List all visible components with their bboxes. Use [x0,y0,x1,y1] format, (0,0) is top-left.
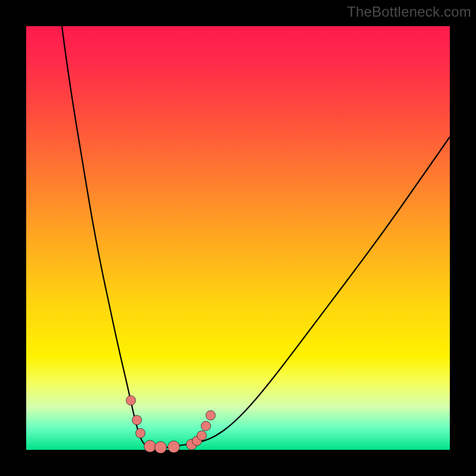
marker-group [126,396,215,453]
data-marker [201,421,211,431]
watermark-text: TheBottleneck.com [347,4,471,20]
data-marker [197,431,206,440]
data-marker [132,415,142,425]
data-marker [126,396,136,405]
data-marker [144,440,156,452]
plot-area [26,26,450,450]
chart-frame: TheBottleneck.com [0,0,476,476]
series-curve [62,26,450,449]
data-marker [206,411,215,420]
data-marker [136,428,145,438]
data-marker [155,441,167,453]
data-marker [168,441,180,453]
curve-svg [26,26,450,450]
